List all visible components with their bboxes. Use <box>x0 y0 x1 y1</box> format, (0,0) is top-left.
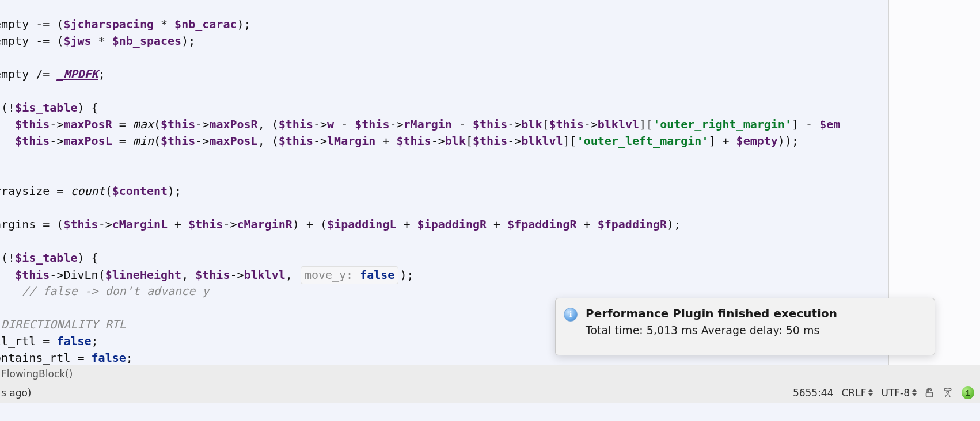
svg-point-2 <box>947 391 949 393</box>
status-bar: s ago) 5655:44 CRLF UTF-8 1 <box>0 382 980 403</box>
encoding-label: UTF-8 <box>881 387 910 399</box>
code-line[interactable] <box>0 233 980 250</box>
encoding-selector[interactable]: UTF-8 <box>881 387 917 399</box>
lock-icon[interactable] <box>925 388 934 398</box>
svg-point-1 <box>944 388 951 390</box>
problems-indicator[interactable]: 1 <box>962 386 974 399</box>
code-line[interactable] <box>0 200 980 216</box>
code-line[interactable]: empty -= ($jcharspacing * $nb_carac); <box>0 16 980 33</box>
code-line[interactable]: $this->maxPosR = max($this->maxPosR, ($t… <box>0 116 980 133</box>
code-line[interactable]: $this->DivLn($lineHeight, $this->blklvl,… <box>0 266 980 283</box>
notification-message: Total time: 5,013 ms Average delay: 50 m… <box>586 324 925 336</box>
code-line[interactable] <box>0 83 980 99</box>
breadcrumb-bar[interactable]: FlowingBlock() <box>0 365 980 382</box>
code-line[interactable]: (!$is_table) { <box>0 99 980 116</box>
cursor-position[interactable]: 5655:44 <box>793 387 834 399</box>
code-line[interactable] <box>0 166 980 183</box>
code-line[interactable]: empty -= ($jws * $nb_spaces); <box>0 33 980 49</box>
code-line[interactable]: (!$is_table) { <box>0 250 980 266</box>
notification-title: Performance Plugin finished execution <box>586 307 925 320</box>
status-left-text: s ago) <box>0 387 793 399</box>
inline-parameter-hint: move_y: false <box>301 266 399 284</box>
code-line[interactable] <box>0 150 980 166</box>
code-line[interactable] <box>0 49 980 66</box>
code-line[interactable]: empty /= _MPDFK; <box>0 66 980 83</box>
inspector-icon[interactable] <box>942 387 954 399</box>
code-line[interactable]: $this->maxPosL = min($this->maxPosL, ($t… <box>0 133 980 150</box>
breadcrumb-item[interactable]: FlowingBlock() <box>1 368 73 380</box>
info-icon: i <box>564 308 578 322</box>
code-line[interactable]: // false -> don't advance y <box>0 283 980 300</box>
code-line[interactable]: rraysize = count($content); <box>0 183 980 200</box>
notification-toast[interactable]: i Performance Plugin finished execution … <box>555 298 935 355</box>
line-separator-selector[interactable]: CRLF <box>842 387 873 399</box>
svg-rect-0 <box>926 392 933 397</box>
line-separator-label: CRLF <box>842 387 867 399</box>
code-line[interactable]: argins = ($this->cMarginL + $this->cMarg… <box>0 216 980 233</box>
